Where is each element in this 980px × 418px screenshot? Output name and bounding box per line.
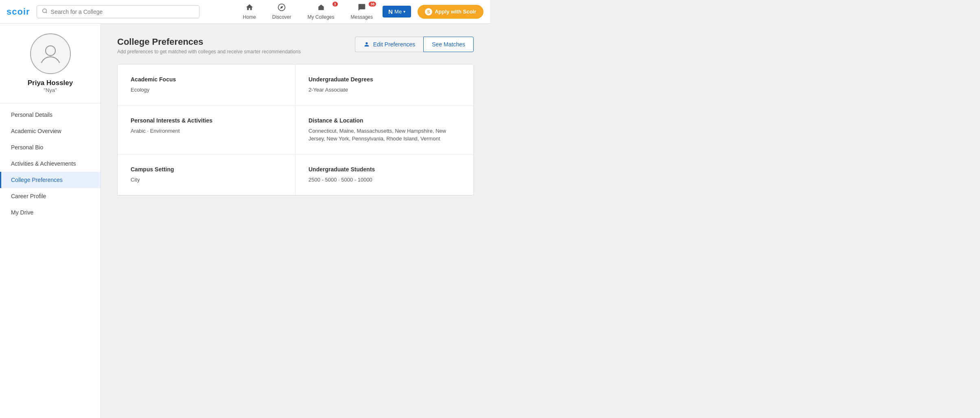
pref-value-distance-location: Connecticut, Maine, Massachusetts, New H… xyxy=(308,127,460,143)
header: scoir Home Discover 3 xyxy=(0,0,490,24)
see-matches-button[interactable]: See Matches xyxy=(423,37,474,52)
nav-discover[interactable]: Discover xyxy=(266,1,298,22)
edit-preferences-button[interactable]: Edit Preferences xyxy=(355,37,424,52)
me-label: Me xyxy=(394,9,402,15)
chevron-down-icon: ▾ xyxy=(403,9,405,14)
sidebar-item-personal-bio[interactable]: Personal Bio xyxy=(0,139,101,155)
preferences-grid: Academic FocusEcologyUndergraduate Degre… xyxy=(117,64,474,196)
pref-label-distance-location: Distance & Location xyxy=(308,117,460,124)
pref-cell-distance-location: Distance & LocationConnecticut, Maine, M… xyxy=(295,106,473,155)
sidebar: Priya Hossley "Nya" Personal DetailsAcad… xyxy=(0,24,101,418)
search-bar[interactable] xyxy=(37,5,199,18)
svg-marker-3 xyxy=(280,6,283,9)
pref-cell-personal-interests: Personal Interests & ActivitiesArabic · … xyxy=(118,106,295,155)
header-actions: Edit Preferences See Matches xyxy=(355,37,474,52)
page-header-left: College Preferences Add preferences to g… xyxy=(117,37,301,55)
discover-icon xyxy=(278,3,286,13)
pref-cell-campus-setting: Campus SettingCity xyxy=(118,155,295,196)
svg-line-1 xyxy=(46,12,47,13)
avatar-area: Priya Hossley "Nya" xyxy=(0,33,101,103)
main-content: College Preferences Add preferences to g… xyxy=(101,24,490,418)
logo[interactable]: scoir xyxy=(7,7,30,17)
nav-my-colleges-label: My Colleges xyxy=(308,14,335,20)
pref-value-personal-interests: Arabic · Environment xyxy=(131,127,282,135)
nav-discover-label: Discover xyxy=(272,14,291,20)
page-header: College Preferences Add preferences to g… xyxy=(117,37,474,55)
pref-label-academic-focus: Academic Focus xyxy=(131,76,282,83)
user-name: Priya Hossley xyxy=(28,79,73,87)
nav-my-colleges[interactable]: 3 My Colleges xyxy=(301,1,341,22)
pref-cell-undergrad-students: Undergraduate Students2500 - 5000 · 5000… xyxy=(295,155,473,196)
nav-messages-label: Messages xyxy=(351,14,373,20)
sidebar-item-academic-overview[interactable]: Academic Overview xyxy=(0,123,101,139)
apply-button[interactable]: S Apply with Scoir xyxy=(418,5,483,19)
edit-preferences-label: Edit Preferences xyxy=(373,41,416,48)
search-input[interactable] xyxy=(51,9,194,15)
avatar xyxy=(30,33,71,74)
my-colleges-badge: 3 xyxy=(332,2,338,7)
pref-cell-undergrad-degrees: Undergraduate Degrees2-Year Associate xyxy=(295,65,473,106)
sidebar-item-my-drive[interactable]: My Drive xyxy=(0,204,101,221)
pref-label-undergrad-students: Undergraduate Students xyxy=(308,166,460,173)
nav-messages[interactable]: 38 Messages xyxy=(344,1,380,22)
main-nav: Home Discover 3 My Colleges 38 Messages xyxy=(236,1,483,22)
see-matches-label: See Matches xyxy=(432,41,465,48)
apply-circle-icon: S xyxy=(425,8,432,15)
pref-value-academic-focus: Ecology xyxy=(131,86,282,94)
messages-badge: 38 xyxy=(369,2,376,7)
logo-text: scoir xyxy=(7,7,30,17)
pref-value-undergrad-students: 2500 - 5000 · 5000 - 10000 xyxy=(308,176,460,184)
sidebar-nav: Personal DetailsAcademic OverviewPersona… xyxy=(0,107,101,221)
page-title: College Preferences xyxy=(117,37,301,47)
pref-label-personal-interests: Personal Interests & Activities xyxy=(131,117,282,124)
search-icon xyxy=(42,8,48,15)
nav-home[interactable]: Home xyxy=(236,1,262,22)
sidebar-item-activities-achievements[interactable]: Activities & Achievements xyxy=(0,155,101,172)
home-icon xyxy=(245,3,254,13)
sidebar-item-personal-details[interactable]: Personal Details xyxy=(0,107,101,123)
svg-point-0 xyxy=(42,9,46,12)
user-nick: "Nya" xyxy=(44,87,57,93)
pref-label-campus-setting: Campus Setting xyxy=(131,166,282,173)
page-subtitle: Add preferences to get matched with coll… xyxy=(117,49,301,55)
pref-value-campus-setting: City xyxy=(131,176,282,184)
layout: Priya Hossley "Nya" Personal DetailsAcad… xyxy=(0,24,490,418)
svg-point-4 xyxy=(46,46,55,56)
nav-home-label: Home xyxy=(243,14,256,20)
edit-icon xyxy=(363,41,370,48)
sidebar-item-career-profile[interactable]: Career Profile xyxy=(0,188,101,204)
messages-icon xyxy=(358,3,366,13)
pref-label-undergrad-degrees: Undergraduate Degrees xyxy=(308,76,460,83)
pref-value-undergrad-degrees: 2-Year Associate xyxy=(308,86,460,94)
my-colleges-icon xyxy=(317,3,325,13)
pref-cell-academic-focus: Academic FocusEcology xyxy=(118,65,295,106)
me-initial: N xyxy=(388,8,393,15)
me-button[interactable]: N Me ▾ xyxy=(383,6,411,18)
sidebar-item-college-preferences[interactable]: College Preferences xyxy=(0,172,101,188)
apply-label: Apply with Scoir xyxy=(435,9,476,15)
